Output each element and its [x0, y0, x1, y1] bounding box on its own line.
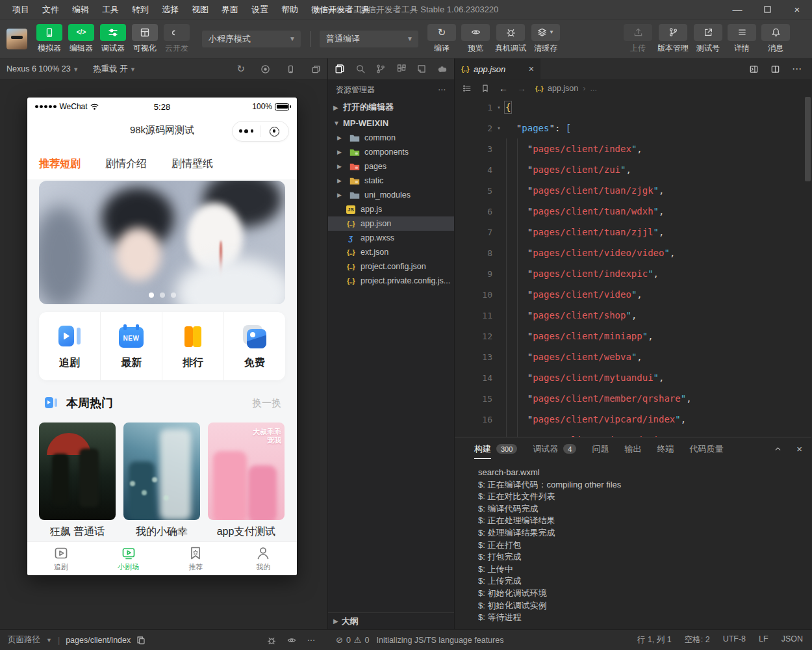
code-editor[interactable]: 1▾{2▾ "pages": [3 "pages/client/index",4…: [455, 97, 811, 437]
eol-setting[interactable]: LF: [759, 634, 768, 645]
quick-follow[interactable]: 追剧: [39, 312, 100, 380]
messages-button[interactable]: 消息: [761, 24, 790, 54]
hero-carousel[interactable]: [39, 181, 285, 304]
visualization-button[interactable]: 可视化: [129, 24, 160, 54]
menu-item[interactable]: 编辑: [66, 2, 95, 18]
tab-build[interactable]: 构建300: [474, 443, 517, 455]
collapse-panel-icon[interactable]: [774, 445, 782, 453]
tabbar-mine[interactable]: 我的: [229, 542, 297, 575]
device-debug-button[interactable]: 真机调试: [495, 24, 526, 54]
more-icon[interactable]: ⋯: [307, 635, 316, 645]
menu-item[interactable]: 工具: [96, 2, 125, 18]
minimize-button[interactable]: —: [722, 0, 752, 19]
version-button[interactable]: 版本管理: [657, 24, 689, 54]
tree-item-project-config-json[interactable]: {..}project.config.json: [328, 259, 454, 274]
eye-icon[interactable]: [287, 636, 296, 645]
split-editor-icon[interactable]: [770, 64, 780, 74]
tab-app-json[interactable]: {..} app.json ×: [455, 58, 540, 79]
device-select[interactable]: Nexus 6 100% 23 ▼: [6, 64, 79, 73]
tree-item-pages[interactable]: ▶pages: [328, 159, 454, 174]
files-icon[interactable]: [335, 64, 345, 74]
close-tab-icon[interactable]: ×: [529, 64, 534, 74]
outline-section[interactable]: ▶ 大纲: [328, 612, 454, 629]
tabbar-recommend[interactable]: 推荐: [162, 542, 230, 575]
bookmark-icon[interactable]: [481, 84, 490, 93]
editor-button[interactable]: </>编辑器: [66, 24, 97, 54]
open-editors-section[interactable]: ▶ 打开的编辑器: [328, 99, 454, 115]
tab-terminal[interactable]: 终端: [657, 443, 674, 455]
poster-card[interactable]: 狂飙 普通话: [39, 422, 116, 539]
menu-item[interactable]: 文件: [36, 2, 65, 18]
back-arrow-icon[interactable]: ←: [499, 83, 508, 94]
menu-item[interactable]: 微信开发者工具: [305, 2, 376, 18]
tree-item-app-js[interactable]: JSapp.js: [328, 202, 454, 216]
device-icon[interactable]: [286, 64, 296, 74]
upload-button[interactable]: 上传: [624, 24, 652, 54]
menu-item[interactable]: 帮助: [275, 2, 304, 18]
tab-code-quality[interactable]: 代码质量: [689, 443, 723, 455]
cloud-button[interactable]: 云开发: [161, 24, 192, 54]
capsule-more-button[interactable]: [233, 129, 260, 133]
miniapp-tab-1[interactable]: 推荐短剧: [39, 157, 81, 171]
miniapp-tab-2[interactable]: 剧情介绍: [105, 157, 147, 171]
maximize-button[interactable]: [752, 0, 782, 19]
snippet-icon[interactable]: [416, 64, 427, 74]
poster-card[interactable]: 大叔乖乖宠我app支付测试: [208, 422, 285, 539]
extensions-icon[interactable]: [396, 64, 407, 74]
simulator-button[interactable]: 模拟器: [34, 24, 65, 54]
forward-arrow-icon[interactable]: →: [517, 83, 526, 94]
close-button[interactable]: ×: [782, 0, 812, 19]
miniapp-tab-3[interactable]: 剧情壁纸: [171, 157, 213, 171]
user-avatar[interactable]: [6, 29, 27, 49]
more-h-icon[interactable]: ⋯: [792, 63, 802, 75]
page-path-select[interactable]: 页面路径: [8, 634, 40, 645]
compile-select[interactable]: 普通编译 ▼: [320, 31, 418, 47]
teapot-icon[interactable]: [437, 64, 448, 74]
encoding[interactable]: UTF-8: [723, 634, 746, 645]
tabbar-theater[interactable]: 小剧场: [95, 542, 162, 575]
tree-item-app-wxss[interactable]: ʒapp.wxss: [328, 231, 454, 245]
scrollbar[interactable]: [805, 97, 811, 181]
menu-item[interactable]: 转到: [126, 2, 155, 18]
tree-item-components[interactable]: ▶components: [328, 145, 454, 159]
menu-item[interactable]: 项目: [6, 2, 35, 18]
breadcrumb[interactable]: {..} app.json › ...: [535, 84, 597, 93]
quick-rank[interactable]: 排行: [162, 312, 223, 380]
language-mode[interactable]: JSON: [781, 634, 803, 645]
capsule-home-button[interactable]: [261, 127, 289, 136]
search-icon[interactable]: [355, 64, 366, 74]
hot-reload-toggle[interactable]: 热重载 开 ▼: [93, 64, 136, 75]
tree-item-ext-json[interactable]: {..}ext.json: [328, 245, 454, 259]
debugger-button[interactable]: 调试器: [97, 24, 129, 54]
menu-item[interactable]: 选择: [156, 2, 184, 18]
details-button[interactable]: 详情: [728, 24, 756, 54]
carousel-dots[interactable]: [39, 292, 285, 298]
menu-item[interactable]: 视图: [186, 2, 214, 18]
cursor-position[interactable]: 行 1, 列 1: [637, 634, 672, 645]
source-control-icon[interactable]: [375, 64, 386, 74]
compile-button[interactable]: ↻编译: [427, 24, 456, 54]
tab-output[interactable]: 输出: [624, 443, 641, 455]
problems-status[interactable]: ⊘ 0 ⚠ 0 Initializing JS/TS language feat…: [328, 635, 503, 645]
menu-item[interactable]: 设置: [246, 2, 274, 18]
test-account-button[interactable]: 测试号: [694, 24, 722, 54]
multi-window-icon[interactable]: [311, 64, 321, 74]
poster-card[interactable]: 我的小确幸: [123, 422, 200, 539]
shuffle-button[interactable]: 换一换: [252, 397, 281, 410]
copy-icon[interactable]: [136, 636, 146, 645]
rotate-icon[interactable]: ↻: [236, 63, 245, 75]
quick-free[interactable]: 免费: [223, 312, 285, 380]
mode-select[interactable]: 小程序模式 ▼: [202, 31, 301, 47]
tree-item-uni-modules[interactable]: ▶uni_modules: [328, 188, 454, 202]
tab-problems[interactable]: 问题: [592, 443, 609, 455]
tree-item-app-json[interactable]: {..}app.json: [328, 216, 454, 231]
close-panel-icon[interactable]: ×: [796, 443, 802, 455]
outline-list-icon[interactable]: [463, 84, 472, 93]
bug-icon[interactable]: [267, 636, 276, 645]
indent-setting[interactable]: 空格: 2: [685, 634, 710, 645]
project-root-section[interactable]: ▼ MP-WEIXIN: [328, 115, 454, 131]
record-icon[interactable]: [260, 64, 270, 74]
preview-button[interactable]: 预览: [461, 24, 490, 54]
menu-item[interactable]: 界面: [216, 2, 244, 18]
tree-item-project-private-config-js-[interactable]: {..}project.private.config.js...: [328, 274, 454, 288]
